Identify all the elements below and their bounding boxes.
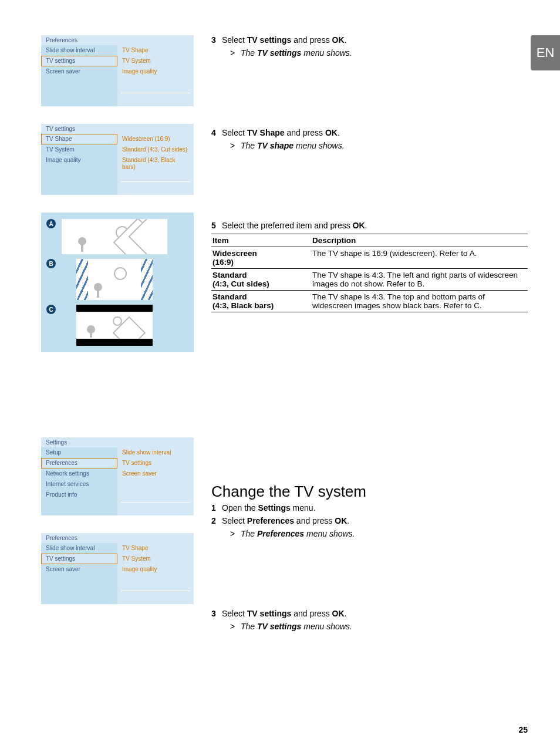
section-title: Change the TV system [211, 483, 528, 501]
page-number: 25 [518, 725, 528, 734]
menu-item: Image quality [41, 155, 117, 166]
menu-sub-item: Image quality [117, 564, 194, 575]
step-5: 5 Select the preferred item and press OK… [211, 221, 528, 230]
step-number: 1 [211, 503, 222, 513]
change-step-3: 3 Select TV settings and press OK. [211, 609, 528, 618]
menu-header: TV settings [41, 124, 194, 134]
menu-item-selected: TV settings [41, 554, 117, 564]
table-cell: The TV shape is 4:3. The left and right … [311, 269, 528, 291]
badge-a: A [46, 219, 56, 228]
menu-sub-item: Standard (4:3, Black bars) [117, 155, 194, 166]
menu-header: Preferences [41, 35, 194, 45]
standard-blackbars-frame [76, 305, 153, 346]
table-cell: Widescreen(16:9) [211, 247, 311, 269]
tv-shape-diagram: A B [41, 213, 194, 352]
change-step-1: 1 Open the Settings menu. [211, 503, 528, 513]
step-4: 4 Select TV Shape and press OK. [211, 128, 528, 137]
menu-item: Internet services [41, 479, 117, 490]
badge-c: C [46, 305, 56, 314]
table-head-item: Item [211, 234, 311, 247]
menu-item-selected: TV Shape [41, 134, 117, 144]
menu-item: Setup [41, 447, 117, 458]
menu-settings: Settings Setup Preferences Network setti… [41, 437, 194, 515]
step-number: 3 [211, 35, 222, 45]
menu-header: Settings [41, 437, 194, 447]
menu-header: Preferences [41, 533, 194, 543]
menu-sub-item: TV settings [117, 458, 194, 468]
change-step-2: 2 Select Preferences and press OK. [211, 516, 528, 525]
step-number: 4 [211, 128, 222, 137]
menu-sub-item: Screen saver [117, 468, 194, 479]
language-tab: EN [531, 35, 560, 70]
step-number: 3 [211, 609, 222, 618]
menu-sub-item: Widescreen (16:9) [117, 134, 194, 144]
badge-b: B [46, 259, 56, 268]
step-4-result: > The TV shape menu shows. [230, 141, 528, 150]
tv-shape-table: Item Description Widescreen(16:9) The TV… [211, 234, 528, 312]
menu-sub-item: Standard (4:3, Cut sides) [117, 144, 194, 155]
step-text: Select Preferences and press OK. [222, 516, 349, 525]
page: Preferences Slide show interval TV setti… [0, 0, 560, 652]
step-text: Select TV Shape and press OK. [222, 128, 340, 137]
menu-item-selected: Preferences [41, 458, 117, 468]
step-number: 5 [211, 221, 222, 230]
table-head-desc: Description [311, 234, 528, 247]
step-text: Select the preferred item and press OK. [222, 221, 367, 230]
standard-cut-frame [76, 259, 153, 300]
change-step-2-result: > The Preferences menu shows. [230, 529, 528, 538]
menu-item: Slide show interval [41, 543, 117, 554]
menu-sub-item: Slide show interval [117, 447, 194, 458]
menu-item: Network settings [41, 468, 117, 479]
step-3-block: 3 Select TV settings and press OK. > The… [211, 35, 528, 58]
menu-item-selected: TV settings [41, 56, 117, 66]
step-3-result: > The TV settings menu shows. [230, 48, 528, 58]
menu-item: Screen saver [41, 564, 117, 575]
left-column: Preferences Slide show interval TV setti… [41, 35, 194, 635]
menu-item: TV System [41, 144, 117, 155]
menu-preferences-2: Preferences Slide show interval TV setti… [41, 533, 194, 604]
step-text: Select TV settings and press OK. [222, 35, 346, 45]
step-text: Select TV settings and press OK. [222, 609, 346, 618]
menu-tvsettings: TV settings TV Shape TV System Image qua… [41, 124, 194, 195]
change-step-3-block: 3 Select TV settings and press OK. > The… [211, 609, 528, 631]
menu-item: Product info [41, 490, 117, 500]
menu-sub-item: TV System [117, 56, 194, 66]
menu-sub-item: TV Shape [117, 45, 194, 56]
change-step-3-result: > The TV settings menu shows. [230, 622, 528, 631]
step-text: Open the Settings menu. [222, 503, 316, 513]
menu-item: Slide show interval [41, 45, 117, 56]
step-5-block: 5 Select the preferred item and press OK… [211, 221, 528, 312]
menu-item: Screen saver [41, 66, 117, 77]
step-number: 2 [211, 516, 222, 525]
step-4-block: 4 Select TV Shape and press OK. > The TV… [211, 128, 528, 150]
menu-preferences: Preferences Slide show interval TV setti… [41, 35, 194, 106]
right-column: 3 Select TV settings and press OK. > The… [211, 35, 528, 635]
step-3: 3 Select TV settings and press OK. [211, 35, 528, 45]
table-cell: Standard(4:3, Black bars) [211, 291, 311, 312]
menu-sub-item: TV System [117, 554, 194, 564]
menu-sub-item: TV Shape [117, 543, 194, 554]
widescreen-frame [62, 219, 167, 254]
table-cell: Standard(4:3, Cut sides) [211, 269, 311, 291]
table-cell: The TV shape is 4:3. The top and bottom … [311, 291, 528, 312]
menu-sub-item: Image quality [117, 66, 194, 77]
table-cell: The TV shape is 16:9 (widescreen). Refer… [311, 247, 528, 269]
change-step-2-block: 2 Select Preferences and press OK. > The… [211, 516, 528, 538]
